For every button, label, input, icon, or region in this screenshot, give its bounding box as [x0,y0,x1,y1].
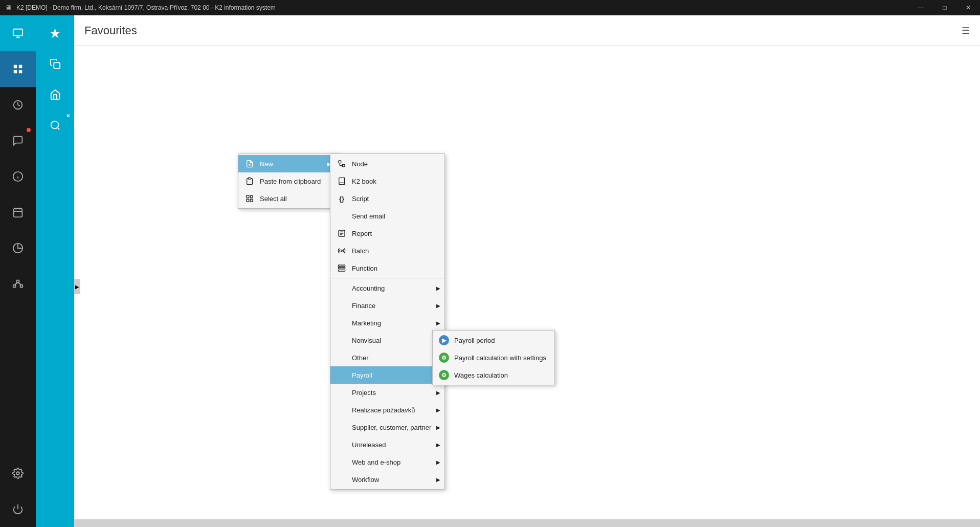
menu-item-supplier[interactable]: Supplier, customer, partner ▶ [330,419,444,436]
payrollcalc-icon: ⚙ [439,353,449,363]
svg-rect-6 [19,70,22,73]
svg-rect-43 [338,270,345,271]
email-icon [337,211,347,221]
unreleased-icon [337,440,347,450]
minimize-button[interactable]: — [909,0,933,15]
menu-item-paste[interactable]: Paste from clipboard [238,172,340,190]
main-content: Favourites ☰ ▶ New ▶ P [74,15,980,527]
close-button[interactable]: ✕ [956,0,980,15]
menu-item-workflow[interactable]: Workflow ▶ [330,471,444,488]
menu-item-realizace[interactable]: Realizace požadavků ▶ [330,401,444,419]
svg-rect-28 [247,195,249,198]
sidebar-bottom [0,455,36,527]
menu-item-wagescalc[interactable]: ⚙ Wages calculation [433,366,554,384]
svg-line-18 [14,282,18,285]
svg-point-23 [51,121,58,129]
menu-item-selectall[interactable]: Select all [238,190,340,207]
supplier-arrow: ▶ [436,425,440,430]
menu-item-new[interactable]: New ▶ [238,155,340,172]
webshop-icon [337,457,347,467]
svg-rect-22 [54,62,60,69]
menu-separator-1 [330,278,444,278]
sidebar-item-power[interactable] [0,491,36,527]
menu-item-payrollperiod[interactable]: ▶ Payroll period [433,332,554,349]
sidebar-blue-search[interactable]: ✕ [36,110,74,141]
menu-item-unreleased[interactable]: Unreleased ▶ [330,436,444,453]
svg-point-40 [341,250,343,252]
menu-item-report[interactable]: Report [330,225,444,242]
menu-primary: New ▶ Paste from clipboard Select all [238,153,340,209]
sidebar-left [0,15,36,527]
menu-item-finance[interactable]: Finance ▶ [330,297,444,314]
menu-secondary: Node K2 book {} Script Send email [330,153,445,490]
svg-rect-42 [338,268,345,269]
menu-item-other[interactable]: Other ▶ [330,349,444,366]
wagescalc-icon: ⚙ [439,370,449,380]
book-icon [337,176,347,186]
horizontal-scrollbar[interactable] [74,519,980,527]
sidebar-blue-star[interactable]: ★ [36,18,74,49]
app-container: ★ ✕ Favourites ☰ ▶ [0,15,980,527]
menu-icon[interactable]: ☰ [962,25,970,36]
sidebar-item-calendar[interactable] [0,194,36,230]
accounting-icon [337,283,347,293]
menu-item-projects[interactable]: Projects ▶ [330,384,444,401]
report-icon [337,228,347,238]
batch-icon [337,246,347,256]
menu-item-batch[interactable]: Batch [330,242,444,259]
svg-rect-15 [13,285,16,288]
accounting-arrow: ▶ [436,286,440,291]
svg-rect-3 [14,65,17,68]
supplier-icon [337,422,347,432]
menu-tertiary: ▶ Payroll period ⚙ Payroll calculation w… [432,330,555,385]
svg-rect-16 [20,285,23,288]
menu-item-marketing[interactable]: Marketing ▶ [330,314,444,332]
marketing-icon [337,318,347,328]
new-icon [244,159,255,169]
menu-item-accounting[interactable]: Accounting ▶ [330,279,444,297]
menu-item-payroll[interactable]: Payroll ▶ [330,366,444,384]
sidebar-item-settings[interactable] [0,455,36,491]
menu-item-sendemail[interactable]: Send email [330,207,444,225]
maximize-button[interactable]: □ [933,0,956,15]
svg-rect-27 [248,178,251,179]
svg-line-24 [57,127,59,129]
realizace-icon [337,405,347,415]
svg-rect-33 [342,164,345,167]
svg-rect-5 [14,70,17,73]
sidebar-item-info[interactable] [0,159,36,194]
sidebar-item-grid[interactable] [0,51,36,87]
sidebar-item-pie[interactable] [0,230,36,266]
menu-item-script[interactable]: {} Script [330,190,444,207]
app-icon: 🖥 [5,4,12,12]
sidebar-item-chat[interactable] [0,123,36,159]
expand-button[interactable]: ▶ [74,279,80,294]
menu-item-k2book[interactable]: K2 book [330,172,444,190]
unreleased-arrow: ▶ [436,442,440,448]
selectall-icon [244,193,255,204]
sidebar-item-network[interactable] [0,266,36,302]
svg-rect-41 [338,265,345,267]
menu-item-function[interactable]: Function [330,259,444,277]
menu-item-nonvisual[interactable]: Nonvisual ▶ [330,332,444,349]
paste-icon [244,176,255,186]
main-header: Favourites ☰ [74,15,980,46]
marketing-arrow: ▶ [436,320,440,326]
menu-item-webshop[interactable]: Web and e-shop ▶ [330,453,444,471]
sidebar-blue-home[interactable] [36,79,74,110]
window-controls: — □ ✕ [909,0,980,15]
menu-item-node[interactable]: Node [330,155,444,172]
webshop-arrow: ▶ [436,459,440,465]
svg-point-20 [16,472,19,475]
realizace-arrow: ▶ [436,407,440,413]
svg-rect-29 [250,195,253,198]
sidebar-item-monitor[interactable] [0,15,36,51]
svg-rect-0 [13,29,23,36]
projects-icon [337,387,347,398]
sidebar-blue-copy[interactable] [36,49,74,79]
menu-item-payrollcalc[interactable]: ⚙ Payroll calculation with settings [433,349,554,366]
payroll-icon [337,370,347,380]
sidebar-blue: ★ ✕ [36,15,74,527]
sidebar-item-clock[interactable] [0,87,36,123]
main-body: ▶ New ▶ Paste from clipboard [74,46,980,527]
